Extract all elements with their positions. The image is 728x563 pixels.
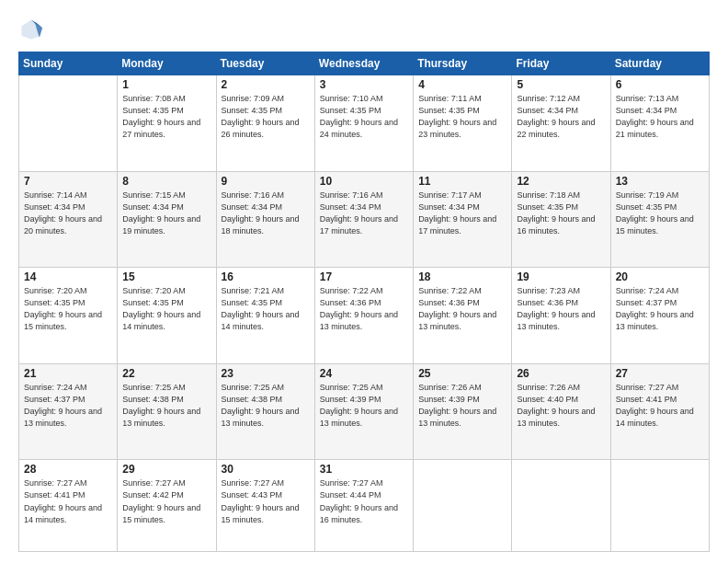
- logo-icon: [18, 17, 44, 42]
- day-number: 22: [122, 367, 210, 380]
- table-row: 23 Sunrise: 7:25 AMSunset: 4:38 PMDaylig…: [216, 363, 314, 460]
- table-row: 7 Sunrise: 7:14 AMSunset: 4:34 PMDayligh…: [19, 171, 118, 268]
- col-saturday: Saturday: [610, 52, 709, 75]
- col-wednesday: Wednesday: [314, 52, 413, 75]
- day-info: Sunrise: 7:22 AMSunset: 4:36 PMDaylight:…: [418, 286, 496, 331]
- day-number: 28: [24, 463, 112, 476]
- day-info: Sunrise: 7:27 AMSunset: 4:41 PMDaylight:…: [616, 383, 694, 428]
- day-info: Sunrise: 7:11 AMSunset: 4:35 PMDaylight:…: [418, 94, 496, 139]
- day-info: Sunrise: 7:20 AMSunset: 4:35 PMDaylight:…: [24, 286, 102, 331]
- day-info: Sunrise: 7:09 AMSunset: 4:35 PMDaylight:…: [222, 94, 300, 139]
- day-info: Sunrise: 7:15 AMSunset: 4:34 PMDaylight:…: [122, 190, 200, 236]
- day-number: 5: [517, 78, 605, 91]
- logo: [18, 17, 48, 42]
- table-row: 8 Sunrise: 7:15 AMSunset: 4:34 PMDayligh…: [118, 171, 216, 268]
- table-row: 17 Sunrise: 7:22 AMSunset: 4:36 PMDaylig…: [314, 268, 413, 364]
- day-info: Sunrise: 7:17 AMSunset: 4:34 PMDaylight:…: [418, 190, 496, 236]
- header: [18, 17, 710, 42]
- table-row: 12 Sunrise: 7:18 AMSunset: 4:35 PMDaylig…: [512, 171, 610, 268]
- day-info: Sunrise: 7:27 AMSunset: 4:42 PMDaylight:…: [122, 478, 200, 523]
- day-number: 11: [418, 175, 506, 188]
- calendar-table: Sunday Monday Tuesday Wednesday Thursday…: [18, 52, 710, 552]
- day-number: 20: [616, 270, 704, 283]
- table-row: 30 Sunrise: 7:27 AMSunset: 4:43 PMDaylig…: [216, 460, 314, 552]
- col-monday: Monday: [118, 52, 216, 75]
- day-info: Sunrise: 7:22 AMSunset: 4:36 PMDaylight:…: [320, 286, 398, 331]
- day-number: 17: [320, 270, 408, 283]
- day-info: Sunrise: 7:16 AMSunset: 4:34 PMDaylight:…: [320, 190, 398, 236]
- day-info: Sunrise: 7:27 AMSunset: 4:44 PMDaylight:…: [320, 478, 398, 523]
- day-info: Sunrise: 7:14 AMSunset: 4:34 PMDaylight:…: [24, 190, 102, 236]
- day-number: 9: [222, 175, 310, 188]
- table-row: 25 Sunrise: 7:26 AMSunset: 4:39 PMDaylig…: [414, 363, 512, 460]
- day-info: Sunrise: 7:12 AMSunset: 4:34 PMDaylight:…: [517, 94, 595, 139]
- day-info: Sunrise: 7:26 AMSunset: 4:40 PMDaylight:…: [517, 383, 595, 428]
- table-row: 5 Sunrise: 7:12 AMSunset: 4:34 PMDayligh…: [512, 75, 610, 172]
- table-row: 16 Sunrise: 7:21 AMSunset: 4:35 PMDaylig…: [216, 268, 314, 364]
- table-row: 2 Sunrise: 7:09 AMSunset: 4:35 PMDayligh…: [216, 75, 314, 172]
- calendar-week-row: 1 Sunrise: 7:08 AMSunset: 4:35 PMDayligh…: [19, 75, 710, 172]
- table-row: 31 Sunrise: 7:27 AMSunset: 4:44 PMDaylig…: [314, 460, 413, 552]
- day-number: 8: [122, 175, 210, 188]
- table-row: 3 Sunrise: 7:10 AMSunset: 4:35 PMDayligh…: [314, 75, 413, 172]
- table-row: 1 Sunrise: 7:08 AMSunset: 4:35 PMDayligh…: [118, 75, 216, 172]
- header-row: Sunday Monday Tuesday Wednesday Thursday…: [19, 52, 710, 75]
- day-info: Sunrise: 7:10 AMSunset: 4:35 PMDaylight:…: [320, 94, 398, 139]
- table-row: 10 Sunrise: 7:16 AMSunset: 4:34 PMDaylig…: [314, 171, 413, 268]
- day-number: 15: [122, 270, 210, 283]
- day-number: 7: [24, 175, 112, 188]
- table-row: 24 Sunrise: 7:25 AMSunset: 4:39 PMDaylig…: [314, 363, 413, 460]
- table-row: [512, 460, 610, 552]
- table-row: 28 Sunrise: 7:27 AMSunset: 4:41 PMDaylig…: [19, 460, 118, 552]
- table-row: 4 Sunrise: 7:11 AMSunset: 4:35 PMDayligh…: [414, 75, 512, 172]
- calendar-page: Sunday Monday Tuesday Wednesday Thursday…: [0, 0, 728, 563]
- calendar-week-row: 28 Sunrise: 7:27 AMSunset: 4:41 PMDaylig…: [19, 460, 710, 552]
- day-info: Sunrise: 7:18 AMSunset: 4:35 PMDaylight:…: [517, 190, 595, 236]
- day-info: Sunrise: 7:25 AMSunset: 4:39 PMDaylight:…: [320, 383, 398, 428]
- day-info: Sunrise: 7:25 AMSunset: 4:38 PMDaylight:…: [222, 383, 300, 428]
- day-number: 30: [222, 463, 310, 476]
- day-number: 27: [616, 367, 704, 380]
- table-row: 9 Sunrise: 7:16 AMSunset: 4:34 PMDayligh…: [216, 171, 314, 268]
- day-number: 29: [122, 463, 210, 476]
- col-friday: Friday: [512, 52, 610, 75]
- table-row: [414, 460, 512, 552]
- day-info: Sunrise: 7:24 AMSunset: 4:37 PMDaylight:…: [616, 286, 694, 331]
- table-row: 15 Sunrise: 7:20 AMSunset: 4:35 PMDaylig…: [118, 268, 216, 364]
- day-number: 4: [418, 78, 506, 91]
- day-info: Sunrise: 7:26 AMSunset: 4:39 PMDaylight:…: [418, 383, 496, 428]
- day-number: 31: [320, 463, 408, 476]
- day-info: Sunrise: 7:23 AMSunset: 4:36 PMDaylight:…: [517, 286, 595, 331]
- day-number: 19: [517, 270, 605, 283]
- day-info: Sunrise: 7:19 AMSunset: 4:35 PMDaylight:…: [616, 190, 694, 236]
- day-info: Sunrise: 7:25 AMSunset: 4:38 PMDaylight:…: [122, 383, 200, 428]
- table-row: 11 Sunrise: 7:17 AMSunset: 4:34 PMDaylig…: [414, 171, 512, 268]
- day-info: Sunrise: 7:27 AMSunset: 4:41 PMDaylight:…: [24, 478, 102, 523]
- day-number: 24: [320, 367, 408, 380]
- table-row: 18 Sunrise: 7:22 AMSunset: 4:36 PMDaylig…: [414, 268, 512, 364]
- table-row: 27 Sunrise: 7:27 AMSunset: 4:41 PMDaylig…: [610, 363, 709, 460]
- day-number: 6: [616, 78, 704, 91]
- table-row: [610, 460, 709, 552]
- table-row: 20 Sunrise: 7:24 AMSunset: 4:37 PMDaylig…: [610, 268, 709, 364]
- table-row: 21 Sunrise: 7:24 AMSunset: 4:37 PMDaylig…: [19, 363, 118, 460]
- day-number: 25: [418, 367, 506, 380]
- calendar-week-row: 14 Sunrise: 7:20 AMSunset: 4:35 PMDaylig…: [19, 268, 710, 364]
- day-number: 12: [517, 175, 605, 188]
- col-thursday: Thursday: [414, 52, 512, 75]
- table-row: 6 Sunrise: 7:13 AMSunset: 4:34 PMDayligh…: [610, 75, 709, 172]
- day-number: 21: [24, 367, 112, 380]
- table-row: 29 Sunrise: 7:27 AMSunset: 4:42 PMDaylig…: [118, 460, 216, 552]
- day-info: Sunrise: 7:13 AMSunset: 4:34 PMDaylight:…: [616, 94, 694, 139]
- day-info: Sunrise: 7:08 AMSunset: 4:35 PMDaylight:…: [122, 94, 200, 139]
- table-row: 14 Sunrise: 7:20 AMSunset: 4:35 PMDaylig…: [19, 268, 118, 364]
- col-sunday: Sunday: [19, 52, 118, 75]
- day-number: 2: [222, 78, 310, 91]
- day-number: 14: [24, 270, 112, 283]
- day-number: 26: [517, 367, 605, 380]
- table-row: 22 Sunrise: 7:25 AMSunset: 4:38 PMDaylig…: [118, 363, 216, 460]
- table-row: 13 Sunrise: 7:19 AMSunset: 4:35 PMDaylig…: [610, 171, 709, 268]
- day-info: Sunrise: 7:24 AMSunset: 4:37 PMDaylight:…: [24, 383, 102, 428]
- day-info: Sunrise: 7:21 AMSunset: 4:35 PMDaylight:…: [222, 286, 300, 331]
- day-number: 18: [418, 270, 506, 283]
